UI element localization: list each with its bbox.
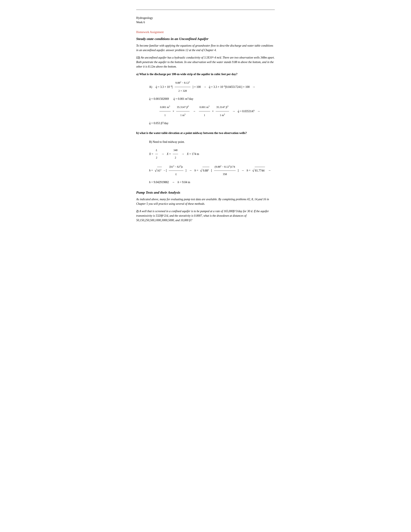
problem12-text: 12) An unconfined aquifer has a hydrauli… <box>136 56 275 69</box>
part-a-line1: A) q̇ = 3.3 × 10−4[ 9.882 − 8.122 2 × 32… <box>149 79 275 94</box>
part-b-section: b) what is the water-table elevation at … <box>136 131 275 186</box>
section1-intro: To become familiar with applying the equ… <box>136 44 275 53</box>
part-b-question: b) what is the water-table elevation at … <box>136 131 275 135</box>
part-a-line2: q̇ = 0.001502069 q̇ = 0.001 m3/day <box>149 96 275 102</box>
section1-title: Steady-state conditions in an Unconfined… <box>136 37 275 41</box>
part-b-line1: B) Need to find midway point. <box>149 138 275 146</box>
homework-assignment-title: Homework Assignment <box>136 30 275 34</box>
problem12-number: 12) <box>136 56 140 59</box>
part-a-math: A) q̇ = 3.3 × 10−4[ 9.882 − 8.122 2 × 32… <box>149 79 275 126</box>
part-a-line4: q̇ = 0.053 ft3/day <box>149 120 275 127</box>
part-b-eq1: X = L 2 → X = 348 2 → X = 174 m <box>149 147 275 161</box>
part-b-eq2: h = √ h12 − [ [h12 − h22]x L ] → h = √ 9… <box>149 164 275 178</box>
section2-title: Pump Tests and their Analysis <box>136 190 275 195</box>
problem2-text: 2) A well that is screened in a confined… <box>136 209 275 223</box>
section2: Pump Tests and their Analysis As indicat… <box>136 190 275 222</box>
part-b-result: h = 9.042919882 → h = 9.04 m <box>149 179 275 186</box>
part-b-math: B) Need to find midway point. X = L 2 → … <box>149 138 275 186</box>
part-a-question: a) What is the discharge per 100-m-wide … <box>136 72 275 76</box>
problem2-number: 2) <box>136 209 139 213</box>
week-label: Week 6 <box>136 21 275 24</box>
course-label: Hydrogeology <box>136 16 275 20</box>
section2-intro: As indicated above, many for evaluating … <box>136 197 275 206</box>
part-a-line3: 0.001 m3 1 × 35.3147 ft3 1 m3 → 0.001 m3… <box>159 104 275 119</box>
